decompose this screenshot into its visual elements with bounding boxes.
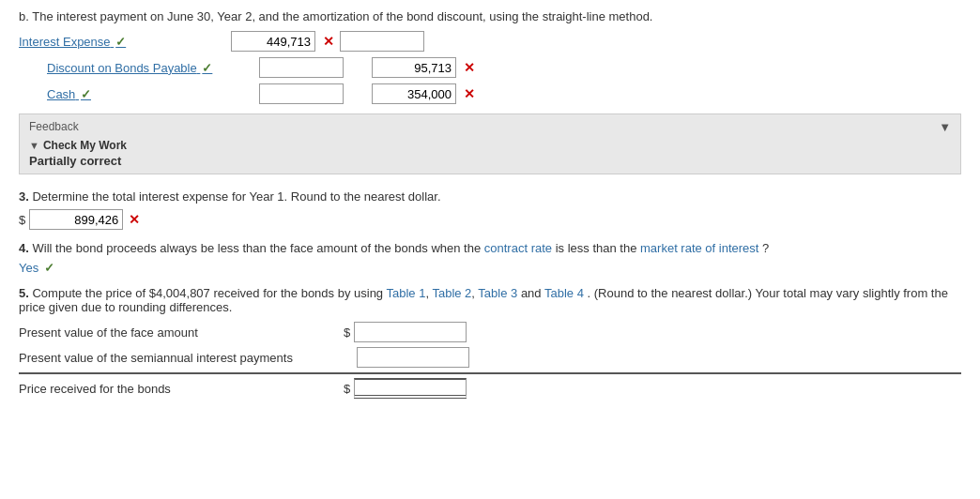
feedback-label: Feedback [29, 120, 79, 133]
section-4-label-before: Will the bond proceeds always be less th… [32, 241, 481, 255]
credit-cash[interactable] [372, 83, 456, 104]
checkmark-section4: ✓ [44, 261, 54, 275]
pv-input-wrap-semiannual [344, 347, 469, 368]
section-4-title: 4. Will the bond proceeds always be less… [19, 241, 961, 255]
debit-discount[interactable] [259, 57, 344, 78]
account-discount[interactable]: Discount on Bonds Payable ✓ [47, 61, 253, 75]
pv-dollar-face: $ [344, 325, 350, 340]
section-b-label: b. The interest payment on June 30, Year… [19, 9, 961, 23]
section-5-table3[interactable]: Table 3 [478, 286, 517, 300]
section-4-answer: Yes ✓ [19, 261, 961, 275]
section-b: b. The interest payment on June 30, Year… [19, 9, 961, 174]
pv-label-price: Price received for the bonds [19, 382, 338, 396]
feedback-arrow-icon[interactable]: ▼ [939, 120, 951, 134]
section-3-answer-input[interactable] [29, 209, 123, 230]
section-5: 5. Compute the price of $4,004,807 recei… [19, 286, 961, 399]
section-3-number: 3. [19, 189, 29, 204]
section-4-contract-rate: contract rate [484, 241, 552, 255]
pv-label-face: Present value of the face amount [19, 325, 338, 340]
x-credit-cash: ✕ [464, 86, 475, 101]
section-3-input-row: $ ✕ [19, 209, 961, 230]
checkmark-interest-expense: ✓ [115, 35, 126, 49]
x-section3: ✕ [129, 212, 140, 227]
section-5-table2[interactable]: Table 2 [432, 286, 471, 300]
pv-dollar-price: $ [344, 382, 350, 396]
section-5-table4[interactable]: Table 4 [544, 286, 584, 300]
feedback-toggle-icon: ▼ [29, 140, 39, 151]
pv-row-semiannual: Present value of the semiannual interest… [19, 347, 961, 368]
journal-row-interest-expense: Interest Expense ✓ ✕ [19, 31, 961, 52]
pv-row-price: Price received for the bonds $ [19, 372, 961, 399]
credit-discount[interactable] [372, 57, 456, 78]
section-3: 3. Determine the total interest expense … [19, 189, 961, 230]
section-5-label-before: Compute the price of $4,004,807 received… [32, 286, 383, 300]
section-3-dollar-sign: $ [19, 213, 25, 227]
debit-cash[interactable] [259, 83, 344, 104]
section-5-number: 5. [19, 286, 29, 300]
journal-row-discount: Discount on Bonds Payable ✓ ✕ [47, 57, 961, 78]
x-credit-discount: ✕ [464, 60, 475, 75]
pv-input-face[interactable] [354, 322, 467, 342]
account-interest-expense[interactable]: Interest Expense ✓ [19, 35, 225, 49]
section-5-and: and [521, 286, 544, 300]
pv-input-semiannual[interactable] [357, 347, 469, 368]
pv-table: Present value of the face amount $ Prese… [19, 322, 961, 399]
section-4-label-mid: is less than the [556, 241, 637, 255]
feedback-box: Feedback ▼ ▼ Check My Work Partially cor… [19, 113, 961, 174]
section-4: 4. Will the bond proceeds always be less… [19, 241, 961, 275]
check-my-work-label[interactable]: Check My Work [43, 139, 127, 152]
section-3-label: Determine the total interest expense for… [32, 189, 440, 204]
checkmark-discount: ✓ [202, 61, 212, 75]
account-cash[interactable]: Cash ✓ [47, 87, 253, 101]
debit-interest-expense[interactable] [231, 31, 315, 52]
section-4-label-after: ? [762, 241, 769, 255]
section-3-title: 3. Determine the total interest expense … [19, 189, 961, 204]
section-5-title: 5. Compute the price of $4,004,807 recei… [19, 286, 961, 314]
x-debit-interest-expense: ✕ [323, 34, 334, 49]
section-4-market-rate: market rate of interest [640, 241, 758, 255]
pv-input-wrap-face: $ [344, 322, 467, 342]
checkmark-cash: ✓ [81, 87, 91, 101]
section-4-number: 4. [19, 241, 29, 255]
pv-input-price[interactable] [354, 378, 467, 399]
pv-input-wrap-price: $ [344, 378, 467, 399]
section-5-table1[interactable]: Table 1 [387, 286, 426, 300]
pv-label-semiannual: Present value of the semiannual interest… [19, 351, 338, 365]
pv-row-face: Present value of the face amount $ [19, 322, 961, 342]
journal-row-cash: Cash ✓ ✕ [47, 83, 961, 104]
credit-interest-expense[interactable] [340, 31, 424, 52]
partially-correct-status: Partially correct [29, 154, 951, 168]
